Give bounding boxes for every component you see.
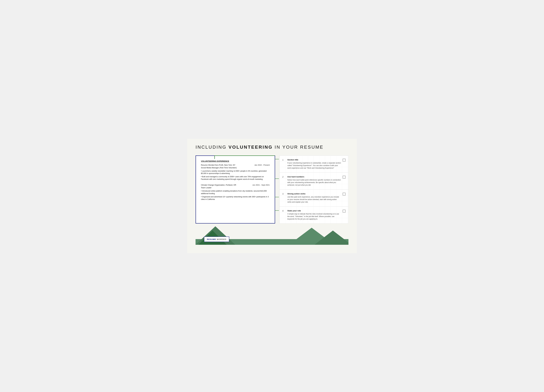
- resume-entry-2-bullet-2: • Organized and advertised 10+ quarterly…: [201, 196, 270, 201]
- tip-1-title: Section title: [287, 159, 341, 161]
- tip-4-number: 4.: [282, 210, 286, 212]
- logo-bold: RESUME: [207, 238, 216, 240]
- resume-entry-1-bullet-1: • Launched a weekly newsletter reaching …: [201, 170, 270, 175]
- tip-item-1: 1. Section title If your volunteering ex…: [279, 156, 348, 173]
- tip-2-title: Use hard numbers: [287, 176, 341, 178]
- tip-item-4: 4. State your role A simple way to indic…: [279, 206, 348, 223]
- tip-3-title: Strong action verbs: [287, 193, 341, 195]
- tip-3-checkbox[interactable]: [343, 193, 345, 195]
- resume-entry-2: Climate Change Organization, Portland, O…: [201, 184, 270, 201]
- resume-entry-2-date: Jun 2021 - Sept 2021: [252, 184, 270, 186]
- annotation-line-4: [275, 210, 279, 211]
- resume-entry-1-org: Resume Worded Non-Profit, New York, NY: [201, 164, 235, 166]
- tip-item-2: 2. Use hard numbers Notice how each bull…: [279, 173, 348, 190]
- resume-panel: VOLUNTEERING EXPERIENCE Resume Worded No…: [195, 155, 275, 223]
- tips-panel: 1. Section title If your volunteering ex…: [279, 155, 349, 223]
- resume-entry-1-bullet-2: • Built and managed a community of 2500+…: [201, 176, 270, 181]
- tip-1-content: Section title If your volunteering exper…: [287, 159, 341, 169]
- tip-1-checkbox[interactable]: [343, 159, 345, 162]
- tip-2-description: Notice how each bullet point references …: [287, 179, 341, 186]
- tip-4-checkbox[interactable]: [343, 210, 345, 212]
- tip-2-checkbox[interactable]: [343, 176, 345, 179]
- resume-entry-1-role: Social Media Manager (Part-Time Voluntee…: [201, 167, 270, 169]
- tip-2-content: Use hard numbers Notice how each bullet …: [287, 176, 341, 186]
- tip-3-number: 3.: [282, 193, 286, 195]
- tip-3-content: Strong action verbs Just like paid work …: [287, 193, 341, 203]
- resume-entry-2-bullet-1: • Introduced online platform enabling do…: [201, 190, 270, 195]
- tip-3-description: Just like paid work experience, any volu…: [287, 196, 341, 203]
- tip-1-description: If your volunteering experience is subst…: [287, 162, 341, 169]
- content-area: VOLUNTEERING EXPERIENCE Resume Worded No…: [195, 155, 349, 223]
- annotation-line-2: [275, 179, 279, 179]
- resume-entry-2-org: Climate Change Organization, Portland, O…: [201, 184, 236, 186]
- bottom-section: RESUME WORDED: [195, 222, 349, 245]
- tip-1-number: 1.: [282, 159, 286, 161]
- tip-4-title: State your role: [287, 210, 341, 212]
- resume-entry-2-header: Climate Change Organization, Portland, O…: [201, 184, 270, 186]
- page-title: INCLUDING VOLUNTEERING IN YOUR RESUME: [195, 145, 349, 150]
- logo-text: RESUME WORDED: [207, 238, 226, 240]
- resume-entry-1-date: Jan 2022 - Present: [254, 164, 270, 166]
- logo-regular: WORDED: [216, 238, 226, 240]
- logo-area: RESUME WORDED: [204, 237, 229, 242]
- logo-box: RESUME WORDED: [204, 237, 229, 242]
- tip-4-description: A simple way to indicate that the roles …: [287, 213, 341, 220]
- green-bracket-top: [214, 155, 275, 156]
- resume-entry-2-role: Team Leader: [201, 187, 270, 189]
- annotation-line-3: [275, 197, 279, 197]
- tip-item-3: 3. Strong action verbs Just like paid wo…: [279, 190, 348, 206]
- green-bracket-vertical: [214, 155, 215, 159]
- resume-entry-1: Resume Worded Non-Profit, New York, NY J…: [201, 164, 270, 181]
- tip-2-number: 2.: [282, 176, 286, 178]
- tip-4-content: State your role A simple way to indicate…: [287, 210, 341, 220]
- annotation-line-1: [275, 159, 279, 159]
- resume-entry-1-header: Resume Worded Non-Profit, New York, NY J…: [201, 164, 270, 166]
- resume-section-title: VOLUNTEERING EXPERIENCE: [201, 160, 270, 162]
